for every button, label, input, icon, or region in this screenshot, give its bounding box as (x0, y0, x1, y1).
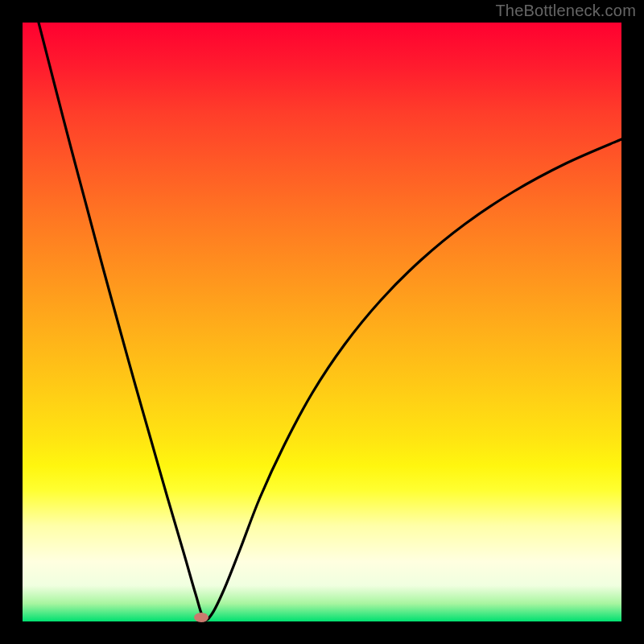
bottleneck-curve-svg (23, 23, 621, 621)
watermark-text: TheBottleneck.com (495, 2, 636, 20)
bottleneck-curve-path (39, 23, 621, 620)
plot-frame (23, 23, 621, 621)
optimal-point-marker (194, 613, 208, 622)
